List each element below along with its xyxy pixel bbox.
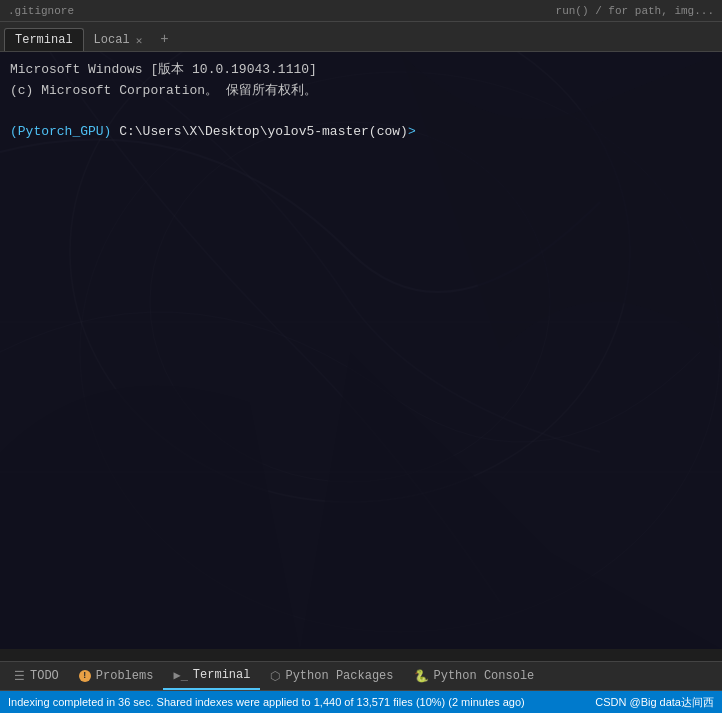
tab-terminal-label: Terminal xyxy=(15,33,73,47)
python-icon: 🐍 xyxy=(414,669,429,684)
top-bar-left: .gitignore xyxy=(8,5,74,17)
tab-local[interactable]: Local ✕ xyxy=(84,29,153,51)
toolbar-python-packages-label: Python Packages xyxy=(285,669,393,683)
tab-local-close[interactable]: ✕ xyxy=(136,34,143,47)
top-bar-right: run() / for path, img... xyxy=(556,5,714,17)
terminal-text[interactable]: Microsoft Windows [版本 10.0.19043.1110] (… xyxy=(0,52,722,649)
tab-local-label: Local xyxy=(94,33,130,47)
toolbar-todo-label: TODO xyxy=(30,669,59,683)
terminal-line-3 xyxy=(10,102,712,123)
terminal-env: (Pytorch_GPU) xyxy=(10,124,119,139)
toolbar-problems-label: Problems xyxy=(96,669,154,683)
packages-icon: ⬡ xyxy=(270,669,280,684)
bottom-toolbar: ☰ TODO ! Problems ▶_ Terminal ⬡ Python P… xyxy=(0,661,722,691)
toolbar-terminal-label: Terminal xyxy=(193,668,251,682)
terminal-icon: ▶_ xyxy=(173,668,187,683)
tab-add-button[interactable]: + xyxy=(152,27,176,51)
toolbar-problems[interactable]: ! Problems xyxy=(69,662,164,690)
toolbar-python-packages[interactable]: ⬡ Python Packages xyxy=(260,662,403,690)
terminal-arrow: > xyxy=(408,124,416,139)
toolbar-python-console-label: Python Console xyxy=(434,669,535,683)
top-bar: .gitignore run() / for path, img... xyxy=(0,0,722,22)
list-icon: ☰ xyxy=(14,669,25,684)
toolbar-python-console[interactable]: 🐍 Python Console xyxy=(404,662,545,690)
tab-terminal[interactable]: Terminal xyxy=(4,28,84,51)
terminal-prompt-line: (Pytorch_GPU) C:\Users\X\Desktop\yolov5-… xyxy=(10,122,712,143)
terminal-line-2: (c) Microsoft Corporation。 保留所有权利。 xyxy=(10,81,712,102)
terminal-tab-bar: Terminal Local ✕ + xyxy=(0,22,722,52)
terminal-line-1: Microsoft Windows [版本 10.0.19043.1110] xyxy=(10,60,712,81)
status-bar: Indexing completed in 36 sec. Shared ind… xyxy=(0,691,722,713)
status-bar-right: CSDN @Big data达间西 xyxy=(595,695,714,710)
warning-icon: ! xyxy=(79,670,91,682)
terminal-content-area: Microsoft Windows [版本 10.0.19043.1110] (… xyxy=(0,52,722,649)
toolbar-todo[interactable]: ☰ TODO xyxy=(4,662,69,690)
toolbar-terminal[interactable]: ▶_ Terminal xyxy=(163,662,260,690)
terminal-path: C:\Users\X\Desktop\yolov5-master(cow) xyxy=(119,124,408,139)
status-bar-left: Indexing completed in 36 sec. Shared ind… xyxy=(8,696,525,708)
